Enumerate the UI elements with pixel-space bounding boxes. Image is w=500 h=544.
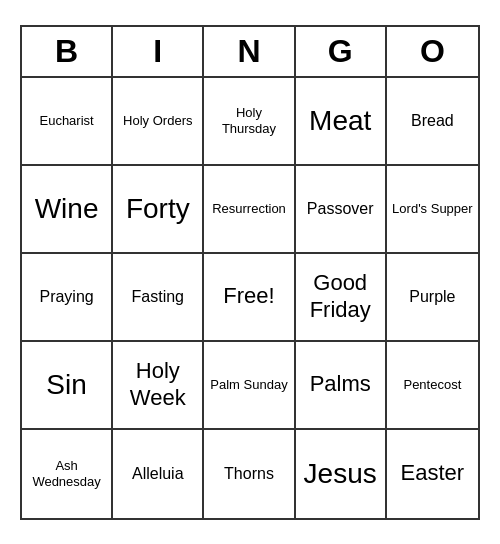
bingo-cell-19: Pentecost: [387, 342, 478, 430]
bingo-cell-21: Alleluia: [113, 430, 204, 518]
cell-text-7: Resurrection: [212, 201, 286, 217]
cell-text-1: Holy Orders: [123, 113, 192, 129]
header-letter-B: B: [22, 27, 113, 76]
cell-text-14: Purple: [409, 287, 455, 306]
cell-text-16: Holy Week: [117, 358, 198, 411]
bingo-cell-24: Easter: [387, 430, 478, 518]
bingo-header: BINGO: [22, 27, 478, 78]
cell-text-6: Forty: [126, 192, 190, 226]
header-letter-G: G: [296, 27, 387, 76]
cell-text-0: Eucharist: [39, 113, 93, 129]
cell-text-22: Thorns: [224, 464, 274, 483]
cell-text-9: Lord's Supper: [392, 201, 473, 217]
bingo-cell-15: Sin: [22, 342, 113, 430]
bingo-cell-23: Jesus: [296, 430, 387, 518]
cell-text-2: Holy Thursday: [208, 105, 289, 136]
cell-text-12: Free!: [223, 283, 274, 309]
bingo-cell-4: Bread: [387, 78, 478, 166]
bingo-cell-0: Eucharist: [22, 78, 113, 166]
bingo-cell-9: Lord's Supper: [387, 166, 478, 254]
bingo-cell-3: Meat: [296, 78, 387, 166]
bingo-cell-11: Fasting: [113, 254, 204, 342]
cell-text-13: Good Friday: [300, 270, 381, 323]
bingo-cell-16: Holy Week: [113, 342, 204, 430]
header-letter-I: I: [113, 27, 204, 76]
header-letter-O: O: [387, 27, 478, 76]
bingo-cell-1: Holy Orders: [113, 78, 204, 166]
cell-text-5: Wine: [35, 192, 99, 226]
bingo-cell-17: Palm Sunday: [204, 342, 295, 430]
bingo-card: BINGO EucharistHoly OrdersHoly ThursdayM…: [20, 25, 480, 520]
bingo-cell-10: Praying: [22, 254, 113, 342]
cell-text-20: Ash Wednesday: [26, 458, 107, 489]
bingo-cell-8: Passover: [296, 166, 387, 254]
bingo-cell-7: Resurrection: [204, 166, 295, 254]
cell-text-8: Passover: [307, 199, 374, 218]
cell-text-3: Meat: [309, 104, 371, 138]
bingo-cell-5: Wine: [22, 166, 113, 254]
bingo-cell-6: Forty: [113, 166, 204, 254]
cell-text-15: Sin: [46, 368, 86, 402]
cell-text-24: Easter: [401, 460, 465, 486]
cell-text-17: Palm Sunday: [210, 377, 287, 393]
bingo-grid: EucharistHoly OrdersHoly ThursdayMeatBre…: [22, 78, 478, 518]
bingo-cell-14: Purple: [387, 254, 478, 342]
bingo-cell-18: Palms: [296, 342, 387, 430]
cell-text-11: Fasting: [132, 287, 184, 306]
cell-text-19: Pentecost: [403, 377, 461, 393]
cell-text-21: Alleluia: [132, 464, 184, 483]
header-letter-N: N: [204, 27, 295, 76]
cell-text-4: Bread: [411, 111, 454, 130]
bingo-cell-13: Good Friday: [296, 254, 387, 342]
cell-text-10: Praying: [39, 287, 93, 306]
bingo-cell-12: Free!: [204, 254, 295, 342]
cell-text-23: Jesus: [304, 457, 377, 491]
cell-text-18: Palms: [310, 371, 371, 397]
bingo-cell-22: Thorns: [204, 430, 295, 518]
bingo-cell-2: Holy Thursday: [204, 78, 295, 166]
bingo-cell-20: Ash Wednesday: [22, 430, 113, 518]
